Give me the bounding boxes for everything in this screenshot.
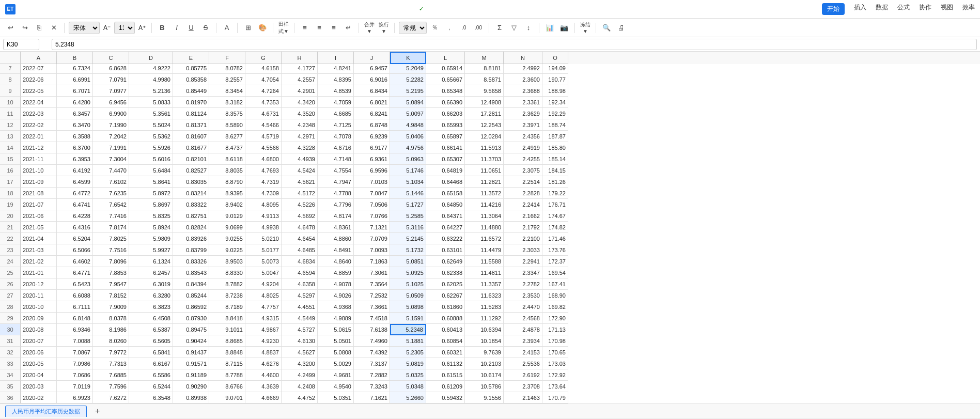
cell-N22[interactable]: 2.2100 [504, 233, 542, 244]
cell-D9[interactable]: 5.2136 [129, 85, 173, 97]
cell-K29[interactable]: 5.1591 [390, 313, 426, 324]
cell-B30[interactable]: 6.9346 [57, 324, 93, 335]
cell-H28[interactable]: 4.4551 [282, 301, 318, 313]
cell-K22[interactable]: 5.2145 [390, 233, 426, 244]
cell-A28[interactable]: 2020-10 [21, 301, 57, 313]
cell-N23[interactable]: 2.3033 [504, 244, 542, 256]
cell-K33[interactable]: 5.0819 [390, 358, 426, 369]
cell-O24[interactable]: 172.37 [542, 256, 568, 267]
cell-K16[interactable]: 5.1746 [390, 165, 426, 176]
cell-L33[interactable]: 0.61132 [426, 358, 465, 369]
cell-N34[interactable]: 2.6192 [504, 369, 542, 381]
cell-N13[interactable]: 2.4356 [504, 131, 542, 142]
col-header-e[interactable]: E [173, 52, 209, 64]
col-header-j[interactable]: J [354, 52, 390, 64]
menu-view[interactable]: 视图 [941, 3, 953, 15]
cell-H17[interactable]: 4.5621 [282, 176, 318, 188]
cell-N16[interactable]: 2.3075 [504, 165, 542, 176]
cell-M15[interactable]: 11.3703 [465, 153, 504, 165]
col-header-h[interactable]: H [282, 52, 318, 64]
cell-M9[interactable]: 9.5658 [465, 85, 504, 97]
cell-N7[interactable]: 2.4992 [504, 63, 542, 74]
cell-H15[interactable]: 4.4939 [282, 153, 318, 165]
cell-O21[interactable]: 174.82 [542, 222, 568, 233]
cell-K28[interactable]: 5.0898 [390, 301, 426, 313]
cell-G31[interactable]: 4.9230 [245, 335, 282, 347]
cell-A15[interactable]: 2021-11 [21, 153, 57, 165]
cell-F33[interactable]: 8.7115 [209, 358, 245, 369]
cell-J29[interactable]: 7.4518 [354, 313, 390, 324]
cell-E17[interactable]: 0.83035 [173, 176, 209, 188]
cell-L35[interactable]: 0.61209 [426, 381, 465, 392]
cell-B29[interactable]: 6.8148 [57, 313, 93, 324]
decimal-decrease-button[interactable]: .0 [458, 22, 470, 34]
cell-H9[interactable]: 4.2901 [282, 85, 318, 97]
cell-K31[interactable]: 5.1881 [390, 335, 426, 347]
cell-B17[interactable]: 6.4599 [57, 176, 93, 188]
sum-button[interactable]: Σ [493, 22, 506, 34]
cell-I34[interactable]: 4.9681 [318, 369, 354, 381]
cell-C25[interactable]: 7.8853 [93, 267, 129, 278]
cell-D35[interactable]: 6.5244 [129, 381, 173, 392]
cell-J33[interactable]: 7.3137 [354, 358, 390, 369]
cell-D22[interactable]: 5.9809 [129, 233, 173, 244]
screenshot-button[interactable]: 📷 [558, 22, 570, 34]
cell-H25[interactable]: 4.6594 [282, 267, 318, 278]
cell-B18[interactable]: 6.4772 [57, 188, 93, 199]
cell-B34[interactable]: 7.0686 [57, 369, 93, 381]
cell-M29[interactable]: 11.1292 [465, 313, 504, 324]
cell-B24[interactable]: 6.4602 [57, 256, 93, 267]
cell-O26[interactable]: 167.41 [542, 278, 568, 290]
cell-A25[interactable]: 2021-01 [21, 267, 57, 278]
cell-C36[interactable]: 7.6272 [93, 392, 129, 404]
align-right-button[interactable]: ≡ [328, 22, 340, 34]
cell-M27[interactable]: 11.6323 [465, 290, 504, 301]
cell-L24[interactable]: 0.62649 [426, 256, 465, 267]
cell-B36[interactable]: 6.9923 [57, 392, 93, 404]
cell-B20[interactable]: 6.4228 [57, 210, 93, 222]
undo-button[interactable]: ↩ [4, 22, 17, 34]
freeze-button[interactable]: 冻结▼ [579, 22, 592, 34]
cell-E14[interactable]: 0.81677 [173, 142, 209, 153]
cell-K35[interactable]: 5.0348 [390, 381, 426, 392]
cell-K12[interactable]: 4.9848 [390, 119, 426, 131]
cell-G35[interactable]: 4.3639 [245, 381, 282, 392]
fill-color-button[interactable]: 🎨 [256, 22, 269, 34]
cell-A7[interactable]: 2022-07 [21, 63, 57, 74]
cell-N12[interactable]: 2.3971 [504, 119, 542, 131]
cell-E10[interactable]: 0.81970 [173, 97, 209, 108]
cell-M31[interactable]: 10.1854 [465, 335, 504, 347]
cell-E16[interactable]: 0.82527 [173, 165, 209, 176]
font-size-decrease[interactable]: A⁻ [102, 24, 112, 32]
cell-H8[interactable]: 4.2557 [282, 74, 318, 85]
cell-D15[interactable]: 5.6016 [129, 153, 173, 165]
cell-C32[interactable]: 7.9772 [93, 347, 129, 358]
cell-D18[interactable]: 5.8972 [129, 188, 173, 199]
cell-I16[interactable]: 4.7554 [318, 165, 354, 176]
cell-D31[interactable]: 6.5605 [129, 335, 173, 347]
cell-F24[interactable]: 8.9503 [209, 256, 245, 267]
cell-B12[interactable]: 6.3470 [57, 119, 93, 131]
cell-A9[interactable]: 2022-05 [21, 85, 57, 97]
cell-M30[interactable]: 10.6394 [465, 324, 504, 335]
cell-H12[interactable]: 4.2348 [282, 119, 318, 131]
cell-G21[interactable]: 4.9938 [245, 222, 282, 233]
cell-O10[interactable]: 192.34 [542, 97, 568, 108]
copy-button[interactable]: ⎘ [33, 22, 45, 34]
cell-M14[interactable]: 11.5913 [465, 142, 504, 153]
cell-L13[interactable]: 0.65897 [426, 131, 465, 142]
cell-O7[interactable]: 194.09 [542, 63, 568, 74]
cell-M28[interactable]: 11.5283 [465, 301, 504, 313]
cell-C15[interactable]: 7.3004 [93, 153, 129, 165]
cell-E31[interactable]: 0.90424 [173, 335, 209, 347]
cell-A12[interactable]: 2022-02 [21, 119, 57, 131]
cell-C26[interactable]: 7.9547 [93, 278, 129, 290]
sheet-tab-active[interactable]: 人民币月平均汇率历史数据 [5, 406, 87, 417]
cell-N19[interactable]: 2.2414 [504, 199, 542, 210]
cell-M26[interactable]: 11.3357 [465, 278, 504, 290]
cell-J20[interactable]: 7.0766 [354, 210, 390, 222]
cell-I9[interactable]: 4.8539 [318, 85, 354, 97]
cell-J9[interactable]: 6.8434 [354, 85, 390, 97]
col-header-l[interactable]: L [426, 52, 465, 64]
cell-D12[interactable]: 5.5024 [129, 119, 173, 131]
